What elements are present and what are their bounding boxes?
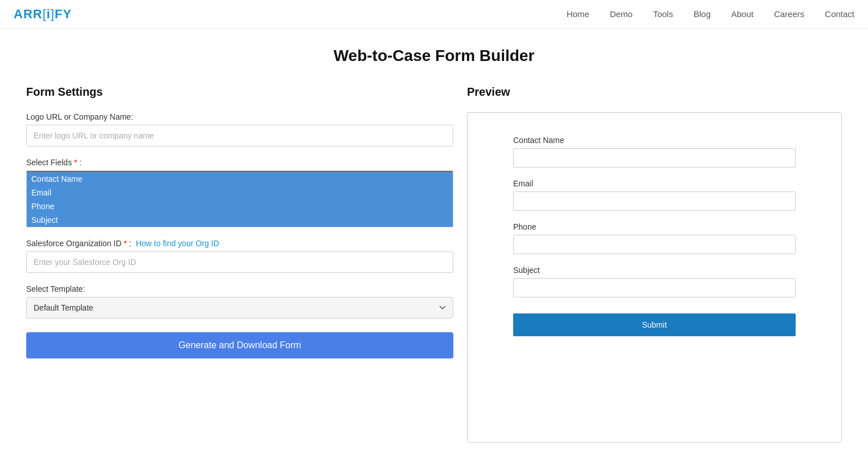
nav-careers[interactable]: Careers: [774, 9, 804, 19]
logo-label: Logo URL or Company Name:: [26, 112, 453, 121]
preview-subject-group: Subject: [513, 266, 796, 297]
right-panel: Preview Contact Name Email Phone: [467, 85, 842, 443]
org-label: Salesforce Organization ID * :: [26, 239, 131, 248]
preview-contact-name-label: Contact Name: [513, 136, 796, 145]
generate-button[interactable]: Generate and Download Form: [26, 332, 453, 358]
nav-contact[interactable]: Contact: [825, 9, 854, 19]
page-title: Web-to-Case Form Builder: [26, 47, 842, 65]
option-phone[interactable]: Phone: [27, 199, 453, 213]
template-select[interactable]: Default Template: [26, 297, 453, 319]
template-label: Select Template:: [26, 284, 453, 293]
logo: ARR[i]FY: [14, 7, 72, 22]
main-container: Web-to-Case Form Builder Form Settings L…: [13, 28, 855, 461]
fields-select[interactable]: Contact Name Email Phone Subject Descrip…: [26, 170, 453, 227]
preview-phone-label: Phone: [513, 222, 796, 231]
org-input[interactable]: [26, 251, 453, 273]
preview-subject-label: Subject: [513, 266, 796, 275]
option-contact-name[interactable]: Contact Name: [27, 172, 453, 186]
nav-tools[interactable]: Tools: [653, 9, 673, 19]
option-subject[interactable]: Subject: [27, 213, 453, 227]
option-description[interactable]: Description: [27, 227, 453, 227]
nav-demo[interactable]: Demo: [610, 9, 633, 19]
fields-select-wrapper: Contact Name Email Phone Subject Descrip…: [26, 170, 453, 227]
nav-links: Home Demo Tools Blog About Careers Conta…: [567, 9, 854, 19]
preview-email-group: Email: [513, 179, 796, 211]
org-help-link[interactable]: How to find your Org ID: [136, 239, 219, 248]
preview-phone-input[interactable]: [513, 235, 796, 254]
nav-home[interactable]: Home: [567, 9, 589, 19]
content-columns: Form Settings Logo URL or Company Name: …: [26, 85, 842, 443]
navbar: ARR[i]FY Home Demo Tools Blog About Care…: [0, 0, 868, 28]
org-id-group: Salesforce Organization ID * : How to fi…: [26, 239, 453, 273]
preview-heading: Preview: [467, 85, 842, 99]
logo-text: ARR[i]FY: [14, 7, 72, 21]
preview-contact-name-input[interactable]: [513, 148, 796, 168]
preview-email-label: Email: [513, 179, 796, 188]
preview-email-input[interactable]: [513, 191, 796, 211]
logo-input[interactable]: [26, 125, 453, 146]
preview-subject-input[interactable]: [513, 278, 796, 297]
option-email[interactable]: Email: [27, 186, 453, 199]
org-label-row: Salesforce Organization ID * : How to fi…: [26, 239, 453, 248]
preview-submit-button[interactable]: Submit: [513, 313, 796, 336]
logo-field-group: Logo URL or Company Name:: [26, 112, 453, 146]
preview-phone-group: Phone: [513, 222, 796, 254]
preview-contact-name-group: Contact Name: [513, 136, 796, 168]
nav-about[interactable]: About: [731, 9, 754, 19]
nav-blog[interactable]: Blog: [694, 9, 711, 19]
fields-required: *: [74, 158, 77, 167]
form-settings-heading: Form Settings: [26, 85, 453, 99]
left-panel: Form Settings Logo URL or Company Name: …: [26, 85, 453, 358]
select-fields-group: Select Fields * : Contact Name Email Pho…: [26, 158, 453, 227]
fields-label: Select Fields * :: [26, 158, 453, 167]
template-group: Select Template: Default Template: [26, 284, 453, 319]
preview-box: Contact Name Email Phone Subject: [467, 112, 842, 443]
